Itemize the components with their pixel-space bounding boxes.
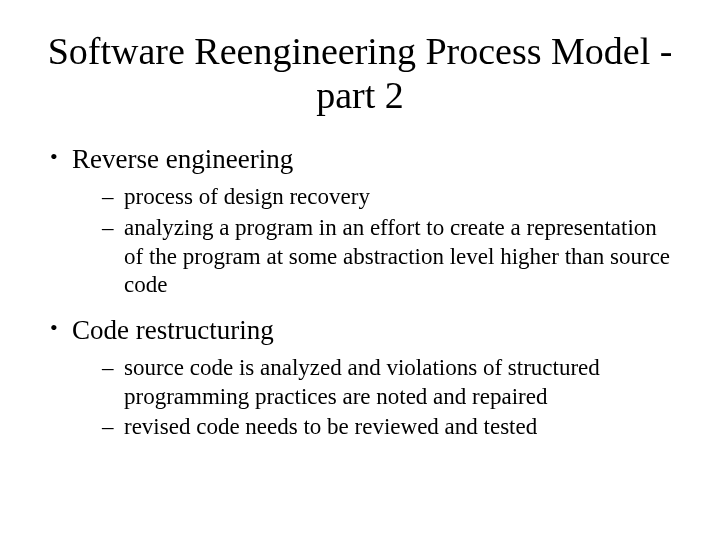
slide: Software Reengineering Process Model - p… [0,0,720,540]
sub-bullet-list: source code is analyzed and violations o… [72,354,676,442]
bullet-text: Reverse engineering [72,144,293,174]
sub-bullet-text: revised code needs to be reviewed and te… [124,414,537,439]
slide-title: Software Reengineering Process Model - p… [44,30,676,117]
bullet-item: Code restructuring source code is analyz… [44,314,676,442]
sub-bullet-item: source code is analyzed and violations o… [72,354,676,412]
sub-bullet-item: analyzing a program in an effort to crea… [72,214,676,300]
sub-bullet-list: process of design recovery analyzing a p… [72,183,676,300]
sub-bullet-text: analyzing a program in an effort to crea… [124,215,670,298]
bullet-list: Reverse engineering process of design re… [44,143,676,442]
bullet-text: Code restructuring [72,315,274,345]
sub-bullet-text: source code is analyzed and violations o… [124,355,600,409]
sub-bullet-item: process of design recovery [72,183,676,212]
sub-bullet-text: process of design recovery [124,184,370,209]
bullet-item: Reverse engineering process of design re… [44,143,676,300]
sub-bullet-item: revised code needs to be reviewed and te… [72,413,676,442]
